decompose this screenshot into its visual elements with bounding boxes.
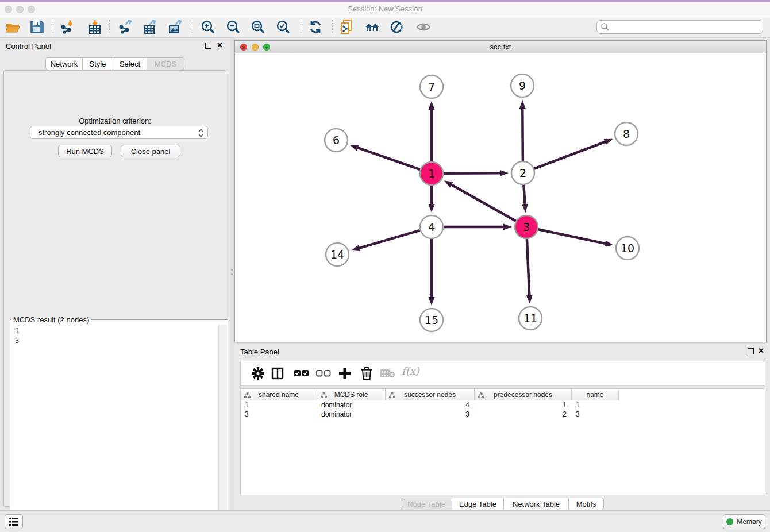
graph-node-label-11: 11 [523, 312, 537, 325]
criterion-dropdown[interactable]: strongly connected component [30, 126, 208, 139]
refresh-layout-icon[interactable] [308, 20, 323, 34]
edge-arrowhead [429, 101, 435, 110]
graph-node-label-10: 10 [621, 242, 634, 255]
run-mcds-button[interactable]: Run MCDS [58, 145, 112, 157]
mcds-result-legend: MCDS result (2 nodes) [11, 315, 91, 324]
zoom-fit-icon[interactable] [251, 20, 265, 34]
tab-network[interactable]: Network [45, 57, 83, 70]
cell-successor-nodes[interactable]: 3 [386, 410, 475, 419]
tab-edge-table[interactable]: Edge Table [452, 498, 504, 510]
memory-label: Memory [737, 518, 761, 526]
graph-node-label-14: 14 [330, 248, 344, 261]
column-header-MCDS-role[interactable]: MCDS role [317, 389, 386, 400]
result-scrollbar[interactable] [218, 325, 227, 531]
tab-node-table[interactable]: Node Table [401, 498, 452, 510]
network-window-title: scc.txt [235, 43, 766, 51]
control-panel-tabs: NetworkStyleSelectMCDS [45, 57, 184, 70]
style-visibility-icon[interactable] [390, 20, 405, 34]
network-canvas[interactable]: 7968124314101511 [235, 53, 766, 342]
select-all-icon[interactable] [294, 370, 309, 379]
import-table-icon[interactable] [87, 20, 102, 34]
cell-name[interactable]: 3 [572, 410, 619, 419]
table-settings-gear-icon[interactable] [251, 367, 265, 382]
edge-4-14[interactable] [357, 230, 420, 249]
tab-select[interactable]: Select [113, 57, 147, 70]
column-header-label: shared name [259, 391, 299, 399]
cell-shared-name[interactable]: 1 [241, 400, 317, 410]
edge-arrowhead [503, 224, 512, 230]
edge-arrowhead [429, 297, 435, 306]
close-panel-button[interactable]: Close panel [121, 145, 180, 157]
tab-mcds[interactable]: MCDS [147, 57, 184, 70]
memory-button[interactable]: Memory [723, 514, 765, 529]
cell-predecessor-nodes[interactable]: 2 [475, 410, 572, 419]
column-header-label: predecessor nodes [494, 391, 552, 399]
dropdown-stepper-icon [198, 129, 203, 139]
cell-successor-nodes[interactable]: 4 [386, 400, 475, 410]
column-header-name[interactable]: name [572, 389, 619, 400]
delete-trash-icon[interactable] [360, 366, 374, 383]
graph-node-label-3: 3 [523, 221, 530, 233]
edge-3-1[interactable] [449, 184, 515, 221]
table-header-row: shared nameMCDS rolesuccessor nodesprede… [241, 389, 619, 400]
graph-node-label-6: 6 [333, 134, 340, 147]
float-table-panel-icon[interactable] [748, 348, 754, 354]
add-column-icon[interactable] [337, 366, 352, 383]
graph-node-label-2: 2 [519, 167, 526, 179]
task-history-button[interactable] [5, 514, 23, 529]
mcds-result-text: 1 3 [11, 325, 218, 531]
edge-arrowhead [351, 245, 360, 251]
zoom-selected-icon[interactable] [276, 20, 291, 34]
column-header-label: MCDS role [334, 391, 368, 399]
table-toolbar: f(x) [240, 361, 765, 386]
export-network-icon[interactable] [118, 20, 133, 34]
edge-2-8[interactable] [534, 141, 607, 169]
table-panel: Table Panel ✕ f(x) shared nameMCDS roles… [234, 344, 770, 512]
deselect-all-icon[interactable] [316, 370, 331, 379]
network-window-titlebar[interactable]: ✕ − + scc.txt [235, 41, 766, 53]
zoom-in-icon[interactable] [201, 20, 215, 34]
save-session-icon[interactable] [29, 20, 44, 34]
column-header-label: name [586, 391, 603, 399]
edge-2-9[interactable] [522, 106, 523, 161]
cell-MCDS-role[interactable]: dominator [317, 400, 386, 410]
column-header-predecessor-nodes[interactable]: predecessor nodes [475, 389, 572, 400]
export-image-icon[interactable] [168, 20, 183, 34]
column-header-successor-nodes[interactable]: successor nodes [386, 389, 475, 400]
table-row[interactable]: 1dominator411 [241, 400, 765, 410]
home-icon[interactable] [365, 20, 380, 34]
edge-3-11[interactable] [527, 239, 529, 298]
export-table-icon[interactable] [143, 20, 157, 34]
tab-network-table[interactable]: Network Table [504, 498, 569, 510]
show-columns-icon[interactable] [271, 367, 284, 381]
clone-network-icon[interactable] [340, 20, 355, 34]
close-panel-icon[interactable]: ✕ [217, 41, 223, 50]
table-panel-title: Table Panel [240, 348, 279, 356]
import-network-icon[interactable] [60, 20, 75, 34]
cell-name[interactable]: 1 [572, 400, 619, 410]
search-input[interactable] [596, 20, 763, 34]
cell-predecessor-nodes[interactable]: 1 [475, 400, 572, 410]
edge-3-10[interactable] [538, 229, 607, 244]
cell-shared-name[interactable]: 3 [241, 410, 317, 419]
close-table-panel-icon[interactable]: ✕ [758, 346, 764, 356]
zoom-out-icon[interactable] [226, 20, 241, 34]
edge-arrowhead [429, 204, 435, 213]
edge-arrowhead [500, 170, 509, 176]
float-panel-icon[interactable] [205, 43, 211, 49]
tab-style[interactable]: Style [83, 57, 113, 70]
edge-2-3[interactable] [523, 185, 525, 206]
eye-icon[interactable] [416, 20, 431, 34]
table-row[interactable]: 3dominator323 [241, 410, 765, 419]
tab-motifs[interactable]: Motifs [569, 498, 604, 510]
edge-1-2[interactable] [444, 173, 502, 174]
main-toolbar [0, 16, 770, 38]
column-header-shared-name[interactable]: shared name [241, 389, 317, 400]
cell-MCDS-role[interactable]: dominator [317, 410, 386, 419]
status-bar: Memory [0, 510, 770, 532]
table-body: 1dominator4113dominator323 [241, 400, 765, 419]
open-session-icon[interactable] [5, 20, 20, 34]
edge-1-6[interactable] [356, 147, 420, 169]
vertical-splitter[interactable] [230, 38, 234, 512]
toolbar-separator [192, 20, 192, 34]
